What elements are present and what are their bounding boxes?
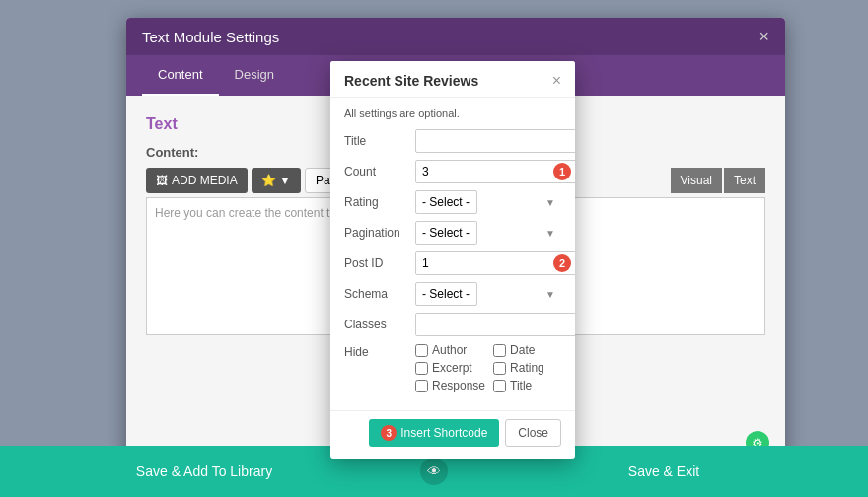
text-module-close-icon[interactable]: × bbox=[759, 28, 769, 45]
checkbox-title-label: Title bbox=[510, 379, 532, 392]
tab-design[interactable]: Design bbox=[219, 55, 290, 96]
media-icon: 🖼 bbox=[156, 174, 168, 187]
checkbox-rating[interactable]: Rating bbox=[493, 361, 561, 375]
add-media-button[interactable]: 🖼 ADD MEDIA bbox=[146, 168, 248, 193]
pagination-select-arrow: ▼ bbox=[545, 228, 555, 239]
close-button[interactable]: Close bbox=[505, 419, 561, 447]
reviews-footer: 3 Insert Shortcode Close bbox=[330, 410, 575, 459]
pagination-label: Pagination bbox=[344, 226, 415, 240]
post-id-badge: 2 bbox=[553, 254, 571, 272]
reviews-modal: Recent Site Reviews × All settings are o… bbox=[330, 61, 575, 459]
checkbox-date-label: Date bbox=[510, 343, 535, 357]
text-module-header: Text Module Settings × bbox=[126, 18, 785, 55]
checkbox-author-input[interactable] bbox=[415, 344, 428, 357]
schema-select-arrow: ▼ bbox=[545, 289, 555, 300]
pagination-select[interactable]: - Select - bbox=[415, 221, 477, 245]
bottom-bar-center: 👁 bbox=[408, 458, 460, 485]
bottom-bar-left: Save & Add To Library bbox=[0, 463, 408, 479]
bottom-bar-right: Save & Exit bbox=[460, 463, 868, 479]
checkbox-excerpt-label: Excerpt bbox=[432, 361, 472, 375]
hide-row: Hide Author Date Excerpt Rating bbox=[344, 343, 561, 392]
checkbox-title[interactable]: Title bbox=[493, 379, 561, 392]
checkbox-title-input[interactable] bbox=[493, 380, 506, 392]
count-badge: 1 bbox=[553, 163, 571, 180]
classes-row: Classes bbox=[344, 313, 561, 336]
classes-label: Classes bbox=[344, 318, 415, 331]
count-row: Count 1 bbox=[344, 160, 561, 183]
pagination-select-wrapper: - Select - ▼ bbox=[415, 221, 561, 245]
checkbox-excerpt-input[interactable] bbox=[415, 362, 428, 375]
rating-label: Rating bbox=[344, 195, 415, 209]
checkbox-rating-input[interactable] bbox=[493, 362, 506, 375]
star-button[interactable]: ⭐ ▼ bbox=[252, 168, 301, 193]
save-library-button[interactable]: Save & Add To Library bbox=[136, 463, 272, 479]
pagination-row: Pagination - Select - ▼ bbox=[344, 221, 561, 245]
title-input[interactable] bbox=[415, 129, 575, 153]
post-id-row: Post ID 2 bbox=[344, 251, 561, 275]
classes-input[interactable] bbox=[415, 313, 575, 336]
visual-text-toggle: Visual Text bbox=[671, 168, 765, 193]
optional-note: All settings are optional. bbox=[344, 107, 561, 119]
reviews-modal-body: All settings are optional. Title Count 1… bbox=[330, 98, 575, 410]
checkbox-response-label: Response bbox=[432, 379, 485, 392]
post-id-label: Post ID bbox=[344, 256, 415, 270]
save-exit-button[interactable]: Save & Exit bbox=[628, 463, 699, 479]
insert-badge: 3 bbox=[381, 425, 397, 441]
rating-select[interactable]: - Select - bbox=[415, 190, 477, 214]
reviews-modal-close-icon[interactable]: × bbox=[552, 73, 561, 89]
checkbox-author-label: Author bbox=[432, 343, 467, 357]
schema-label: Schema bbox=[344, 287, 415, 301]
count-label: Count bbox=[344, 165, 415, 178]
title-row: Title bbox=[344, 129, 561, 153]
title-label: Title bbox=[344, 134, 415, 148]
hide-label: Hide bbox=[344, 345, 415, 359]
schema-row: Schema - Select - ▼ bbox=[344, 282, 561, 306]
tab-content[interactable]: Content bbox=[142, 55, 219, 96]
checkbox-date[interactable]: Date bbox=[493, 343, 561, 357]
reviews-modal-title: Recent Site Reviews bbox=[344, 73, 478, 89]
rating-select-wrapper: - Select - ▼ bbox=[415, 190, 561, 214]
post-id-input[interactable] bbox=[415, 251, 575, 275]
schema-select[interactable]: - Select - bbox=[415, 282, 477, 306]
schema-select-wrapper: - Select - ▼ bbox=[415, 282, 561, 306]
checkbox-date-input[interactable] bbox=[493, 344, 506, 357]
checkbox-response[interactable]: Response bbox=[415, 379, 485, 392]
preview-icon[interactable]: 👁 bbox=[420, 458, 448, 485]
checkbox-excerpt[interactable]: Excerpt bbox=[415, 361, 485, 375]
hide-checkboxes: Author Date Excerpt Rating Response bbox=[415, 343, 561, 392]
rating-select-arrow: ▼ bbox=[545, 197, 555, 208]
checkbox-response-input[interactable] bbox=[415, 380, 428, 392]
checkbox-author[interactable]: Author bbox=[415, 343, 485, 357]
count-input[interactable] bbox=[415, 160, 575, 183]
rating-row: Rating - Select - ▼ bbox=[344, 190, 561, 214]
insert-shortcode-label: Insert Shortcode bbox=[400, 426, 487, 440]
text-button[interactable]: Text bbox=[724, 168, 765, 193]
insert-shortcode-button[interactable]: 3 Insert Shortcode bbox=[369, 419, 499, 447]
checkbox-rating-label: Rating bbox=[510, 361, 544, 375]
reviews-modal-header: Recent Site Reviews × bbox=[330, 61, 575, 98]
visual-button[interactable]: Visual bbox=[671, 168, 722, 193]
text-module-title: Text Module Settings bbox=[142, 29, 279, 45]
